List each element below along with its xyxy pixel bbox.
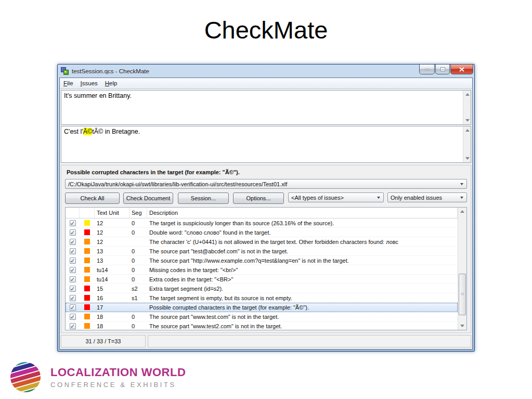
slide: CheckMate testSession.qcs - CheckMate [0, 0, 532, 399]
issue-type-filter-combo[interactable]: <All types of issues> [288, 192, 384, 202]
severity-icon [84, 314, 90, 319]
text-unit-cell: 12 [95, 239, 129, 245]
logo-line1: LOCALIZATION WORLD [50, 366, 186, 379]
scroll-down-icon[interactable] [465, 157, 470, 160]
issue-enabled-checkbox[interactable]: ✓ [70, 229, 76, 236]
check-document-button[interactable]: Check Document [123, 192, 173, 204]
scroll-down-icon[interactable] [465, 119, 470, 122]
target-text-area[interactable]: C'est l'Ã©tÃ© in Bretagne. [61, 126, 471, 163]
checkbox-cell: ✓ [66, 258, 80, 264]
header-severity-col [80, 208, 95, 218]
seg-cell: s1 [129, 295, 147, 301]
table-row[interactable]: ✓180The source part "www.test2.com" is n… [66, 321, 458, 330]
session-button[interactable]: Session... [178, 192, 229, 204]
severity-cell [80, 295, 95, 301]
logo-text: LOCALIZATION WORLD CONFERENCE & EXHIBITS [50, 366, 186, 389]
severity-icon [84, 258, 90, 263]
menu-help[interactable]: Help [105, 80, 118, 86]
table-row[interactable]: ✓12The character 'с' (U+0441) is not all… [66, 237, 458, 247]
menu-file[interactable]: File [63, 80, 73, 86]
issue-enabled-checkbox[interactable]: ✓ [70, 258, 76, 264]
checkbox-cell: ✓ [66, 295, 80, 301]
description-cell: The source part "www.test2.com" is not i… [147, 323, 458, 329]
issue-enabled-checkbox[interactable]: ✓ [70, 314, 76, 320]
window-client-area: File Issues Help It's summer en Brittany… [59, 78, 473, 350]
severity-cell [80, 267, 95, 273]
scroll-down-icon [460, 325, 464, 327]
text-unit-cell: 13 [95, 248, 129, 254]
maximize-button[interactable] [435, 65, 450, 74]
description-cell: The target is suspiciously longer than i… [147, 220, 458, 226]
seg-cell: 0 [129, 267, 147, 273]
minimize-icon [425, 69, 430, 70]
issue-enabled-checkbox[interactable]: ✓ [70, 276, 76, 282]
source-scrollbar[interactable] [463, 91, 471, 124]
table-row[interactable]: ✓120Double word: "слово слово" found in … [66, 228, 458, 237]
close-button[interactable] [450, 65, 473, 74]
table-row[interactable]: ✓130The source part "http://www.example.… [66, 256, 458, 265]
severity-cell [80, 248, 95, 254]
description-cell: Extra codes in the target: "<BR>" [147, 276, 458, 282]
scroll-down-button[interactable] [458, 321, 467, 330]
seg-cell: 0 [129, 229, 147, 236]
text-unit-cell: 18 [95, 314, 129, 320]
target-text-before: C'est l' [64, 128, 83, 135]
checkbox-cell: ✓ [66, 220, 80, 226]
scroll-up-button[interactable] [458, 208, 467, 216]
issue-enabled-checkbox[interactable]: ✓ [70, 267, 76, 273]
checkbox-cell: ✓ [66, 314, 80, 320]
chevron-down-icon [460, 197, 463, 199]
description-cell: Extra target segment (id=s2). [147, 286, 458, 292]
document-path-combo[interactable]: /C:/OkapiJava/trunk/okapi-ui/swt/librari… [65, 179, 467, 189]
check-all-button[interactable]: Check All [65, 192, 120, 204]
issue-enabled-checkbox[interactable]: ✓ [70, 248, 76, 254]
checkbox-cell: ✓ [66, 304, 80, 311]
logo-line2: CONFERENCE & EXHIBITS [50, 381, 186, 389]
options-button[interactable]: Options... [233, 192, 284, 204]
target-scrollbar[interactable] [463, 126, 471, 162]
severity-cell [80, 323, 95, 329]
scroll-up-icon[interactable] [465, 93, 470, 96]
text-unit-cell: 12 [95, 220, 129, 226]
table-row[interactable]: ✓tu140Extra codes in the target: "<BR>" [66, 275, 458, 284]
header-text-unit[interactable]: Text Unit [95, 208, 129, 218]
issue-enabled-checkbox[interactable]: ✓ [70, 220, 76, 226]
severity-icon [84, 323, 90, 329]
chevron-down-icon [377, 197, 380, 199]
table-row[interactable]: ✓16s1The target segment is empty, but it… [66, 293, 458, 303]
header-description[interactable]: Description [147, 208, 458, 218]
document-path-value: /C:/OkapiJava/trunk/okapi-ui/swt/librari… [68, 181, 287, 187]
enabled-filter-combo[interactable]: Only enabled issues [387, 192, 467, 202]
table-row[interactable]: ✓120The target is suspiciously longer th… [66, 218, 458, 228]
source-text: It's summer en Brittany. [64, 92, 132, 99]
text-unit-cell: 12 [95, 229, 129, 236]
issue-enabled-checkbox[interactable]: ✓ [70, 304, 76, 311]
issue-enabled-checkbox[interactable]: ✓ [70, 239, 76, 245]
window-title: testSession.qcs - CheckMate [72, 68, 149, 74]
table-row[interactable]: ✓17Possible corrupted characters in the … [66, 303, 458, 312]
source-text-area[interactable]: It's summer en Brittany. [61, 90, 471, 125]
menu-issues[interactable]: Issues [81, 80, 98, 86]
checkbox-cell: ✓ [66, 248, 80, 254]
issue-enabled-checkbox[interactable]: ✓ [70, 323, 76, 329]
scroll-up-icon[interactable] [465, 129, 470, 132]
table-header: Text Unit Seg Description [66, 208, 458, 218]
table-scrollbar[interactable] [458, 208, 466, 330]
severity-cell [80, 229, 95, 235]
description-cell: Double word: "слово слово" found in the … [147, 229, 458, 236]
severity-cell [80, 314, 95, 319]
table-row[interactable]: ✓15s2Extra target segment (id=s2). [66, 284, 458, 293]
seg-cell: s2 [129, 286, 147, 292]
table-row[interactable]: ✓tu140Missing codes in the target: "<br/… [66, 265, 458, 275]
minimize-button[interactable] [419, 65, 435, 74]
target-text: C'est l'Ã©tÃ© in Bretagne. [64, 128, 140, 135]
severity-cell [80, 286, 95, 291]
window-titlebar[interactable]: testSession.qcs - CheckMate [58, 65, 474, 78]
table-row[interactable]: ✓180The source part "www.test.com" is no… [66, 312, 458, 321]
header-seg[interactable]: Seg [129, 208, 147, 218]
table-row[interactable]: ✓130The source part "test@abcdef.com" is… [66, 247, 458, 256]
scrollbar-thumb[interactable] [459, 274, 466, 315]
issue-enabled-checkbox[interactable]: ✓ [70, 286, 76, 292]
issue-enabled-checkbox[interactable]: ✓ [70, 295, 76, 301]
app-icon [61, 67, 69, 75]
